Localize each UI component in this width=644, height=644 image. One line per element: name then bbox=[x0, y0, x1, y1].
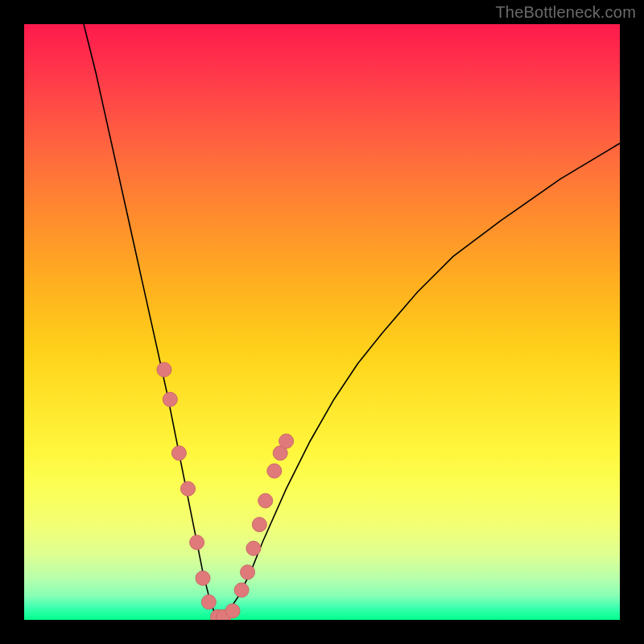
curve-marker bbox=[225, 604, 240, 618]
curve-marker bbox=[241, 565, 255, 580]
plot-area bbox=[24, 24, 620, 620]
curve-marker bbox=[157, 362, 171, 377]
chart-svg bbox=[24, 24, 620, 620]
curve-marker bbox=[267, 464, 282, 478]
curve-marker bbox=[234, 583, 249, 597]
curve-marker bbox=[171, 446, 186, 460]
curve-marker bbox=[163, 392, 177, 407]
curve-marker bbox=[181, 481, 196, 496]
curve-marker bbox=[201, 595, 216, 609]
curve-marker bbox=[258, 493, 273, 508]
curve-marker bbox=[279, 434, 294, 448]
curve-marker bbox=[190, 535, 204, 550]
curve-markers bbox=[157, 362, 294, 620]
watermark-text: TheBottleneck.com bbox=[495, 3, 636, 22]
bottleneck-curve bbox=[84, 24, 620, 620]
curve-marker bbox=[252, 518, 266, 532]
curve-marker bbox=[246, 541, 261, 555]
curve-marker bbox=[196, 571, 210, 585]
outer-frame: TheBottleneck.com bbox=[0, 0, 644, 644]
